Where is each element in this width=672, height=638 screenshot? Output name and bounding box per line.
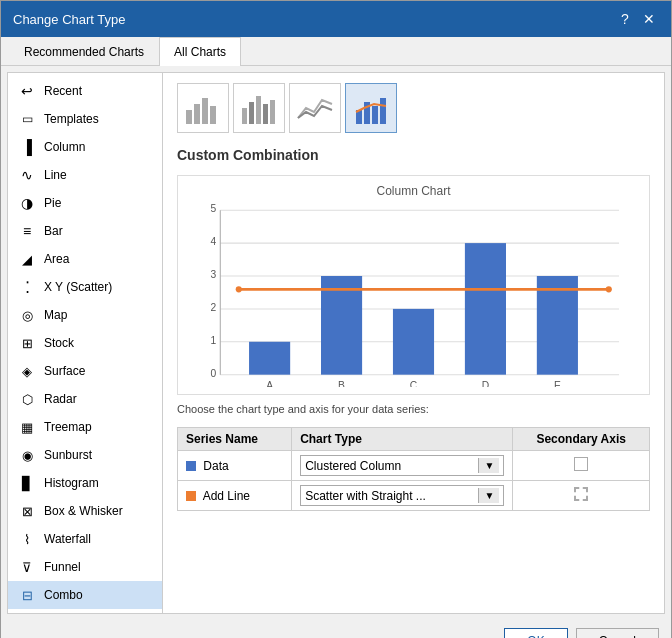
sidebar-item-pie[interactable]: Pie — [8, 189, 162, 217]
series-color-data — [186, 461, 196, 471]
templates-icon — [18, 110, 36, 128]
tab-all-charts[interactable]: All Charts — [159, 37, 241, 66]
chart-type-dropdown-line[interactable]: Scatter with Straight ... ▼ — [300, 485, 504, 506]
sidebar-label-sunburst: Sunburst — [44, 448, 92, 462]
main-panel: Custom Combination Column Chart 0 1 2 3 … — [163, 73, 664, 613]
chart-type-btn-combo[interactable] — [345, 83, 397, 133]
sidebar-label-map: Map — [44, 308, 67, 322]
svg-rect-28 — [393, 309, 434, 375]
svg-rect-12 — [380, 98, 386, 124]
title-bar-controls: ? ✕ — [615, 9, 659, 29]
recent-icon — [18, 82, 36, 100]
svg-rect-1 — [194, 104, 200, 124]
svg-rect-8 — [270, 100, 275, 124]
svg-point-37 — [236, 286, 242, 292]
pie-icon — [18, 194, 36, 212]
chart-type-btn-1[interactable] — [177, 83, 229, 133]
sidebar-item-templates[interactable]: Templates — [8, 105, 162, 133]
svg-point-38 — [606, 286, 612, 292]
col-chart-type: Chart Type — [292, 428, 513, 451]
svg-text:2: 2 — [210, 302, 216, 313]
svg-rect-27 — [321, 276, 362, 375]
chart-type-dropdown-data[interactable]: Clustered Column ▼ — [300, 455, 504, 476]
svg-text:1: 1 — [210, 335, 216, 346]
sidebar-item-scatter[interactable]: X Y (Scatter) — [8, 273, 162, 301]
svg-text:A: A — [266, 380, 273, 387]
svg-rect-3 — [210, 106, 216, 124]
series-name-line: Add Line — [178, 481, 292, 511]
series-name-label-line: Add Line — [203, 489, 250, 503]
sidebar-label-templates: Templates — [44, 112, 99, 126]
chart-type-btn-3[interactable] — [289, 83, 341, 133]
sidebar-item-radar[interactable]: Radar — [8, 385, 162, 413]
sidebar-item-recent[interactable]: Recent — [8, 77, 162, 105]
help-button[interactable]: ? — [615, 9, 635, 29]
sidebar-item-surface[interactable]: Surface — [8, 357, 162, 385]
sidebar-item-line[interactable]: Line — [8, 161, 162, 189]
column-icon — [18, 138, 36, 156]
chart-type-btn-2[interactable] — [233, 83, 285, 133]
chart-type-value-data: Clustered Column — [305, 459, 474, 473]
sidebar-item-waterfall[interactable]: Waterfall — [8, 525, 162, 553]
series-chart-type-line[interactable]: Scatter with Straight ... ▼ — [292, 481, 513, 511]
svg-text:D: D — [482, 380, 489, 387]
sidebar-label-column: Column — [44, 140, 85, 154]
sidebar-label-histogram: Histogram — [44, 476, 99, 490]
radar-icon — [18, 390, 36, 408]
sidebar-label-treemap: Treemap — [44, 420, 92, 434]
series-name-label: Data — [203, 459, 228, 473]
svg-rect-4 — [242, 108, 247, 124]
sidebar-item-map[interactable]: Map — [8, 301, 162, 329]
chart-area: Column Chart 0 1 2 3 4 5 — [177, 175, 650, 395]
series-chart-type-data[interactable]: Clustered Column ▼ — [292, 451, 513, 481]
svg-rect-11 — [372, 106, 378, 124]
sidebar-item-histogram[interactable]: Histogram — [8, 469, 162, 497]
area-icon — [18, 250, 36, 268]
sidebar-label-combo: Combo — [44, 588, 83, 602]
sidebar-item-stock[interactable]: Stock — [8, 329, 162, 357]
dropdown-arrow-data[interactable]: ▼ — [478, 458, 499, 473]
svg-text:3: 3 — [210, 269, 216, 280]
sidebar-label-line: Line — [44, 168, 67, 182]
stock-icon — [18, 334, 36, 352]
box-icon — [18, 502, 36, 520]
table-row: Add Line Scatter with Straight ... ▼ — [178, 481, 650, 511]
sidebar-item-combo[interactable]: Combo — [8, 581, 162, 609]
sidebar-item-bar[interactable]: Bar — [8, 217, 162, 245]
tabs-bar: Recommended Charts All Charts — [1, 37, 671, 66]
sidebar-label-surface: Surface — [44, 364, 85, 378]
sidebar-item-funnel[interactable]: Funnel — [8, 553, 162, 581]
line-icon — [18, 166, 36, 184]
sidebar-label-pie: Pie — [44, 196, 61, 210]
close-button[interactable]: ✕ — [639, 9, 659, 29]
sidebar-item-box[interactable]: Box & Whisker — [8, 497, 162, 525]
sidebar-label-radar: Radar — [44, 392, 77, 406]
section-title: Custom Combination — [177, 147, 650, 163]
sidebar-item-treemap[interactable]: Treemap — [8, 413, 162, 441]
scatter-icon — [18, 278, 36, 296]
sidebar-item-column[interactable]: Column — [8, 133, 162, 161]
svg-text:5: 5 — [210, 203, 216, 214]
secondary-axis-cell-line — [513, 481, 650, 511]
series-name-data: Data — [178, 451, 292, 481]
dialog-footer: OK Cancel — [1, 620, 671, 638]
secondary-axis-checkbox-line[interactable] — [574, 487, 588, 501]
cancel-button[interactable]: Cancel — [576, 628, 659, 638]
combo-icon — [18, 586, 36, 604]
map-icon — [18, 306, 36, 324]
sidebar-label-area: Area — [44, 252, 69, 266]
sidebar: Recent Templates Column Line Pie Bar — [8, 73, 163, 613]
chart-type-icons — [177, 83, 650, 139]
sidebar-label-recent: Recent — [44, 84, 82, 98]
sidebar-item-sunburst[interactable]: Sunburst — [8, 441, 162, 469]
series-table: Series Name Chart Type Secondary Axis Da… — [177, 427, 650, 511]
svg-text:E: E — [554, 380, 561, 387]
sidebar-item-area[interactable]: Area — [8, 245, 162, 273]
tab-recommended[interactable]: Recommended Charts — [9, 37, 159, 66]
ok-button[interactable]: OK — [504, 628, 567, 638]
secondary-axis-checkbox-data[interactable] — [574, 457, 588, 471]
sidebar-label-stock: Stock — [44, 336, 74, 350]
dropdown-arrow-line[interactable]: ▼ — [478, 488, 499, 503]
svg-text:4: 4 — [210, 236, 216, 247]
svg-text:B: B — [338, 380, 345, 387]
